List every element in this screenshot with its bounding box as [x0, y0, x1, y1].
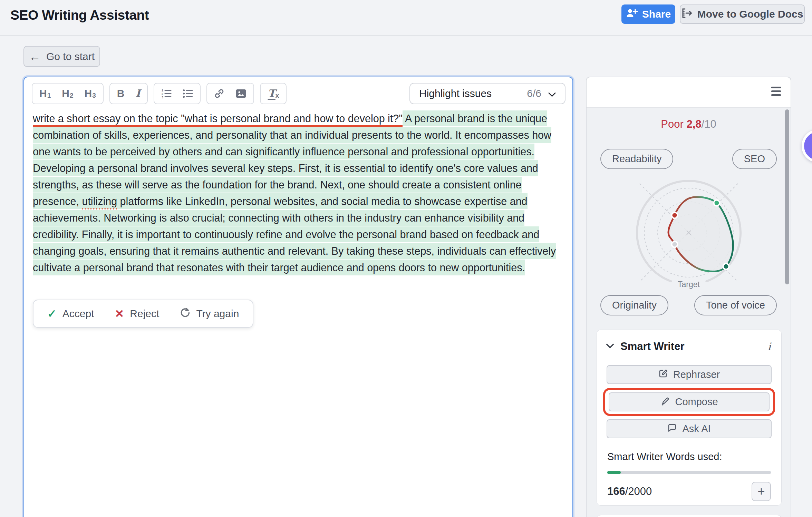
- floating-action-button[interactable]: [802, 129, 812, 163]
- document-text[interactable]: write a short essay on the topic "what i…: [33, 110, 568, 276]
- score-panel-body: Poor 2,8/10 Readability SEO: [587, 108, 791, 517]
- h2-button[interactable]: H2: [62, 88, 73, 99]
- format-button-group: B I: [109, 83, 148, 104]
- readability-pill[interactable]: Readability: [600, 149, 673, 169]
- highlight-issues-dropdown[interactable]: Highlight issues 6/6: [409, 83, 566, 104]
- export-doc-icon: [682, 8, 693, 21]
- add-words-button[interactable]: +: [752, 482, 771, 501]
- score-panel-header: [587, 77, 791, 108]
- move-to-google-docs-label: Move to Google Docs: [697, 8, 803, 20]
- info-icon[interactable]: i: [767, 340, 771, 353]
- compose-button[interactable]: Compose: [609, 392, 770, 411]
- edit-pencil-icon: [658, 369, 668, 381]
- move-to-google-docs-button[interactable]: Move to Google Docs: [680, 4, 805, 24]
- overall-score: Poor 2,8/10: [587, 118, 791, 130]
- list-button-group: 123: [154, 83, 201, 104]
- ask-ai-button[interactable]: Ask AI: [607, 419, 772, 438]
- tone-of-voice-pill[interactable]: Tone of voice: [694, 295, 777, 315]
- menu-icon[interactable]: [771, 87, 781, 98]
- clear-format-group: Tx: [260, 83, 287, 104]
- seo-dot: [714, 200, 719, 206]
- ask-ai-label: Ask AI: [682, 423, 710, 435]
- prompt-text-underlined: write a short essay on the topic "what i…: [33, 113, 403, 127]
- svg-text:2: 2: [162, 92, 163, 96]
- originality-dot: [671, 242, 677, 247]
- chevron-down-icon: [548, 88, 556, 99]
- smart-writer-header: Smart Writer i: [597, 330, 781, 353]
- x-icon: ✕: [115, 307, 124, 320]
- target-label: Target: [678, 280, 700, 289]
- readability-dot: [671, 213, 677, 218]
- originality-pill[interactable]: Originality: [600, 295, 668, 315]
- editor-card[interactable]: H1 H2 H3 B I 123: [23, 77, 573, 517]
- image-button[interactable]: [235, 88, 246, 99]
- editor-toolbar: H1 H2 H3 B I 123: [32, 83, 287, 104]
- h1-button[interactable]: H1: [39, 88, 51, 99]
- smart-writer-card: Smart Writer i Rephraser Compose: [597, 330, 782, 506]
- seo-pill[interactable]: SEO: [732, 149, 777, 169]
- h3-button[interactable]: H3: [85, 88, 96, 99]
- go-to-start-button[interactable]: ← Go to start: [23, 46, 100, 67]
- score-value: 2,8: [686, 118, 701, 130]
- share-button[interactable]: Share: [621, 4, 675, 24]
- link-button[interactable]: [214, 88, 224, 99]
- reject-label: Reject: [130, 308, 159, 320]
- score-max: /10: [702, 118, 716, 130]
- panel-scrollbar[interactable]: [785, 109, 789, 284]
- ordered-list-button[interactable]: 123: [161, 88, 172, 99]
- score-gauge-chart: Target: [627, 170, 751, 296]
- red-annotation-highlight: Compose: [603, 388, 775, 416]
- refresh-icon: [180, 308, 190, 320]
- next-section-card: [597, 515, 782, 517]
- seo-writing-assistant-app: SEO Writing Assistant Share Move to Goog…: [0, 0, 812, 517]
- rephraser-label: Rephraser: [673, 369, 720, 380]
- words-used-count: 166/2000: [607, 485, 652, 498]
- app-header: SEO Writing Assistant Share Move to Goog…: [0, 0, 812, 36]
- metric-pills-bottom: Originality Tone of voice: [587, 295, 791, 315]
- speech-bubble-icon: [667, 423, 677, 435]
- back-arrow-icon: ←: [29, 51, 41, 62]
- tone-of-voice-dot: [723, 264, 729, 270]
- score-quality-label: Poor: [661, 118, 683, 130]
- compose-label: Compose: [675, 396, 718, 408]
- go-to-start-label: Go to start: [46, 51, 95, 62]
- accept-label: Accept: [62, 308, 94, 320]
- magic-pen-icon: [660, 396, 670, 408]
- bullet-list-button[interactable]: [183, 88, 193, 99]
- try-again-button[interactable]: Try again: [180, 308, 239, 320]
- clear-formatting-button[interactable]: Tx: [268, 88, 279, 99]
- score-blob: [668, 197, 733, 272]
- person-add-icon: [626, 8, 638, 21]
- svg-text:3: 3: [162, 96, 163, 99]
- page-title: SEO Writing Assistant: [10, 8, 149, 23]
- flagged-word[interactable]: utilizing: [82, 193, 117, 209]
- italic-button[interactable]: I: [135, 88, 140, 99]
- rephraser-button[interactable]: Rephraser: [607, 365, 772, 384]
- highlight-issues-label: Highlight issues: [419, 88, 492, 99]
- words-used-progress-fill: [607, 471, 621, 474]
- insert-button-group: [206, 83, 254, 104]
- highlight-issues-count: 6/6: [527, 88, 541, 99]
- smart-writer-title: Smart Writer: [620, 340, 685, 353]
- check-icon: ✓: [47, 307, 57, 320]
- suggestion-action-bar: ✓ Accept ✕ Reject Try again: [33, 300, 253, 328]
- heading-button-group: H1 H2 H3: [32, 83, 104, 104]
- accept-button[interactable]: ✓ Accept: [47, 307, 94, 320]
- words-used-label: Smart Writer Words used:: [607, 451, 771, 462]
- metric-pills-top: Readability SEO: [587, 149, 791, 169]
- try-again-label: Try again: [196, 308, 239, 320]
- svg-text:1: 1: [162, 89, 163, 92]
- chevron-down-icon[interactable]: [606, 343, 614, 350]
- words-used-progress-track: [607, 471, 771, 474]
- score-panel: Poor 2,8/10 Readability SEO: [586, 77, 791, 517]
- reject-button[interactable]: ✕ Reject: [115, 307, 160, 320]
- words-used-footer: 166/2000 +: [607, 482, 771, 501]
- share-label: Share: [642, 8, 671, 20]
- bold-button[interactable]: B: [117, 88, 125, 99]
